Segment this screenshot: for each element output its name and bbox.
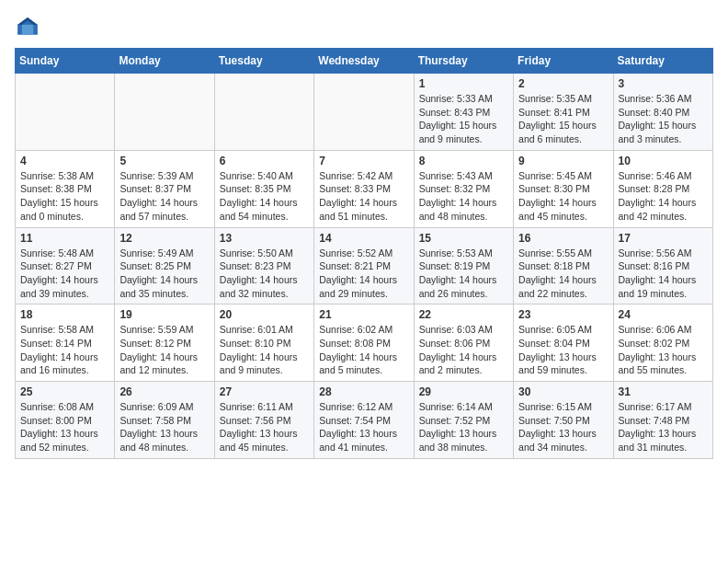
- day-info: Sunrise: 6:08 AM Sunset: 8:00 PM Dayligh…: [20, 400, 109, 454]
- day-info: Sunrise: 6:15 AM Sunset: 7:50 PM Dayligh…: [518, 400, 608, 454]
- calendar-week-4: 18Sunrise: 5:58 AM Sunset: 8:14 PM Dayli…: [16, 304, 713, 382]
- day-number: 28: [319, 385, 408, 398]
- day-number: 7: [319, 155, 408, 167]
- calendar-cell: 7Sunrise: 5:42 AM Sunset: 8:33 PM Daylig…: [314, 150, 414, 227]
- weekday-row: SundayMondayTuesdayWednesdayThursdayFrid…: [16, 49, 713, 74]
- weekday-header-monday: Monday: [115, 49, 214, 74]
- svg-rect-2: [22, 25, 33, 35]
- calendar-cell: 19Sunrise: 5:59 AM Sunset: 8:12 PM Dayli…: [115, 304, 214, 382]
- calendar-cell: 1Sunrise: 5:33 AM Sunset: 8:43 PM Daylig…: [414, 74, 513, 151]
- calendar-cell: 9Sunrise: 5:45 AM Sunset: 8:30 PM Daylig…: [514, 150, 613, 227]
- calendar-cell: 10Sunrise: 5:46 AM Sunset: 8:28 PM Dayli…: [613, 150, 712, 227]
- weekday-header-sunday: Sunday: [16, 49, 115, 74]
- day-number: 11: [20, 232, 109, 245]
- calendar-week-1: 1Sunrise: 5:33 AM Sunset: 8:43 PM Daylig…: [16, 74, 713, 151]
- day-info: Sunrise: 6:14 AM Sunset: 7:52 PM Dayligh…: [419, 400, 508, 454]
- day-number: 24: [619, 308, 708, 321]
- calendar-cell: 28Sunrise: 6:12 AM Sunset: 7:54 PM Dayli…: [314, 382, 414, 459]
- calendar-cell: 31Sunrise: 6:17 AM Sunset: 7:48 PM Dayli…: [613, 382, 712, 459]
- day-info: Sunrise: 5:58 AM Sunset: 8:14 PM Dayligh…: [20, 323, 109, 377]
- day-number: 4: [20, 155, 109, 167]
- day-number: 1: [419, 77, 508, 90]
- day-info: Sunrise: 6:11 AM Sunset: 7:56 PM Dayligh…: [220, 400, 309, 454]
- weekday-header-saturday: Saturday: [613, 49, 712, 74]
- calendar-cell: 24Sunrise: 6:06 AM Sunset: 8:02 PM Dayli…: [613, 304, 712, 382]
- calendar-cell: 16Sunrise: 5:55 AM Sunset: 8:18 PM Dayli…: [514, 227, 613, 304]
- weekday-header-thursday: Thursday: [414, 49, 513, 74]
- page-header: [15, 15, 713, 40]
- calendar-cell: 6Sunrise: 5:40 AM Sunset: 8:35 PM Daylig…: [214, 150, 313, 227]
- day-info: Sunrise: 6:02 AM Sunset: 8:08 PM Dayligh…: [319, 323, 408, 377]
- calendar-cell: [16, 74, 115, 151]
- day-number: 16: [518, 232, 608, 245]
- calendar-cell: 21Sunrise: 6:02 AM Sunset: 8:08 PM Dayli…: [314, 304, 414, 382]
- calendar-cell: 3Sunrise: 5:36 AM Sunset: 8:40 PM Daylig…: [613, 74, 712, 151]
- day-number: 14: [319, 232, 408, 245]
- day-info: Sunrise: 5:43 AM Sunset: 8:32 PM Dayligh…: [419, 169, 508, 224]
- day-info: Sunrise: 5:45 AM Sunset: 8:30 PM Dayligh…: [518, 169, 608, 224]
- day-number: 17: [619, 232, 708, 245]
- calendar-table: SundayMondayTuesdayWednesdayThursdayFrid…: [15, 48, 713, 459]
- calendar-cell: 8Sunrise: 5:43 AM Sunset: 8:32 PM Daylig…: [414, 150, 513, 227]
- day-info: Sunrise: 5:35 AM Sunset: 8:41 PM Dayligh…: [518, 92, 608, 146]
- day-info: Sunrise: 5:42 AM Sunset: 8:33 PM Dayligh…: [319, 169, 408, 224]
- day-number: 29: [419, 385, 508, 398]
- calendar-cell: 23Sunrise: 6:05 AM Sunset: 8:04 PM Dayli…: [514, 304, 613, 382]
- calendar-cell: [115, 74, 214, 151]
- day-number: 19: [119, 308, 209, 321]
- calendar-cell: 2Sunrise: 5:35 AM Sunset: 8:41 PM Daylig…: [514, 74, 613, 151]
- day-number: 6: [220, 155, 309, 167]
- day-info: Sunrise: 5:48 AM Sunset: 8:27 PM Dayligh…: [20, 247, 109, 301]
- day-number: 23: [518, 308, 608, 321]
- day-info: Sunrise: 6:12 AM Sunset: 7:54 PM Dayligh…: [319, 400, 408, 454]
- calendar-cell: 11Sunrise: 5:48 AM Sunset: 8:27 PM Dayli…: [16, 227, 115, 304]
- calendar-cell: 30Sunrise: 6:15 AM Sunset: 7:50 PM Dayli…: [514, 382, 613, 459]
- day-number: 22: [419, 308, 508, 321]
- day-info: Sunrise: 5:46 AM Sunset: 8:28 PM Dayligh…: [619, 169, 708, 224]
- day-number: 12: [119, 232, 209, 245]
- logo-icon: [15, 15, 40, 40]
- calendar-cell: 25Sunrise: 6:08 AM Sunset: 8:00 PM Dayli…: [16, 382, 115, 459]
- day-number: 9: [518, 155, 608, 167]
- day-info: Sunrise: 5:38 AM Sunset: 8:38 PM Dayligh…: [20, 169, 109, 224]
- calendar-week-3: 11Sunrise: 5:48 AM Sunset: 8:27 PM Dayli…: [16, 227, 713, 304]
- day-info: Sunrise: 5:50 AM Sunset: 8:23 PM Dayligh…: [220, 247, 309, 301]
- calendar-cell: 4Sunrise: 5:38 AM Sunset: 8:38 PM Daylig…: [16, 150, 115, 227]
- day-info: Sunrise: 5:59 AM Sunset: 8:12 PM Dayligh…: [119, 323, 209, 377]
- calendar-cell: 20Sunrise: 6:01 AM Sunset: 8:10 PM Dayli…: [214, 304, 313, 382]
- day-info: Sunrise: 5:52 AM Sunset: 8:21 PM Dayligh…: [319, 247, 408, 301]
- day-number: 10: [619, 155, 708, 167]
- calendar-cell: 12Sunrise: 5:49 AM Sunset: 8:25 PM Dayli…: [115, 227, 214, 304]
- weekday-header-wednesday: Wednesday: [314, 49, 414, 74]
- calendar-cell: 27Sunrise: 6:11 AM Sunset: 7:56 PM Dayli…: [214, 382, 313, 459]
- day-number: 15: [419, 232, 508, 245]
- calendar-cell: 5Sunrise: 5:39 AM Sunset: 8:37 PM Daylig…: [115, 150, 214, 227]
- day-info: Sunrise: 6:03 AM Sunset: 8:06 PM Dayligh…: [419, 323, 508, 377]
- calendar-cell: 18Sunrise: 5:58 AM Sunset: 8:14 PM Dayli…: [16, 304, 115, 382]
- day-info: Sunrise: 5:53 AM Sunset: 8:19 PM Dayligh…: [419, 247, 508, 301]
- weekday-header-tuesday: Tuesday: [214, 49, 313, 74]
- day-info: Sunrise: 6:05 AM Sunset: 8:04 PM Dayligh…: [518, 323, 608, 377]
- day-info: Sunrise: 5:56 AM Sunset: 8:16 PM Dayligh…: [619, 247, 708, 301]
- day-number: 18: [20, 308, 109, 321]
- day-info: Sunrise: 6:09 AM Sunset: 7:58 PM Dayligh…: [119, 400, 209, 454]
- day-number: 8: [419, 155, 508, 167]
- calendar-cell: 26Sunrise: 6:09 AM Sunset: 7:58 PM Dayli…: [115, 382, 214, 459]
- day-info: Sunrise: 5:55 AM Sunset: 8:18 PM Dayligh…: [518, 247, 608, 301]
- day-number: 30: [518, 385, 608, 398]
- logo: [15, 15, 44, 40]
- calendar-cell: 22Sunrise: 6:03 AM Sunset: 8:06 PM Dayli…: [414, 304, 513, 382]
- day-number: 26: [119, 385, 209, 398]
- calendar-body: 1Sunrise: 5:33 AM Sunset: 8:43 PM Daylig…: [16, 74, 713, 459]
- day-number: 13: [220, 232, 309, 245]
- day-info: Sunrise: 5:36 AM Sunset: 8:40 PM Dayligh…: [619, 92, 708, 146]
- calendar-cell: [314, 74, 414, 151]
- day-number: 2: [518, 77, 608, 90]
- calendar-week-2: 4Sunrise: 5:38 AM Sunset: 8:38 PM Daylig…: [16, 150, 713, 227]
- weekday-header-friday: Friday: [514, 49, 613, 74]
- calendar-cell: 17Sunrise: 5:56 AM Sunset: 8:16 PM Dayli…: [613, 227, 712, 304]
- day-info: Sunrise: 5:33 AM Sunset: 8:43 PM Dayligh…: [419, 92, 508, 146]
- calendar-cell: 14Sunrise: 5:52 AM Sunset: 8:21 PM Dayli…: [314, 227, 414, 304]
- day-info: Sunrise: 6:06 AM Sunset: 8:02 PM Dayligh…: [619, 323, 708, 377]
- day-info: Sunrise: 5:49 AM Sunset: 8:25 PM Dayligh…: [119, 247, 209, 301]
